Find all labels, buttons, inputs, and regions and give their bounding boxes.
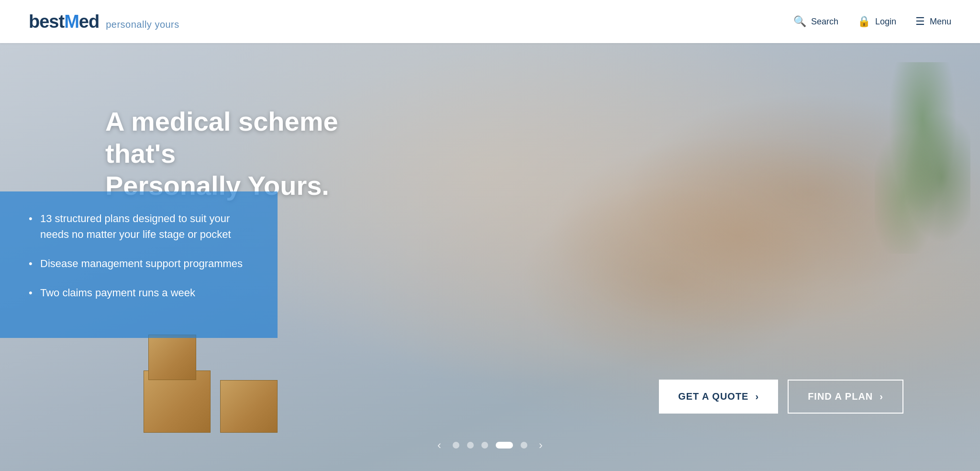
hero-section: A medical scheme that's Personally Yours… [0,43,980,471]
slider-dot-0[interactable] [453,442,459,449]
cardboard-box-2 [220,380,278,433]
logo[interactable]: bestMed personally yours [29,11,179,32]
get-quote-button[interactable]: GET A QUOTE › [659,380,778,414]
slider-prev-button[interactable]: ‹ [434,437,445,454]
search-label: Search [811,17,838,27]
cardboard-box-3 [148,335,196,380]
slider-dot-1[interactable] [467,442,474,449]
slider-dot-2[interactable] [481,442,488,449]
login-label: Login [875,17,896,27]
slider-dots-area: ‹ › [434,437,546,454]
site-header: bestMed personally yours 🔍 Search 🔒 Logi… [0,0,980,43]
hero-plants-decoration [875,62,970,254]
logo-tagline: personally yours [106,19,179,30]
hero-cta-area: GET A QUOTE › FIND A PLAN › [659,380,903,414]
hero-headline-line1: A medical scheme that's [105,106,338,168]
hero-headline: A medical scheme that's Personally Yours… [105,105,373,202]
hero-bullet-list: 13 structured plans designed to suit you… [29,211,254,301]
slider-dot-3[interactable] [496,442,513,449]
hero-info-box: 13 structured plans designed to suit you… [0,191,278,338]
find-plan-label: FIND A PLAN [808,391,873,402]
get-quote-label: GET A QUOTE [678,391,748,402]
plan-arrow-icon: › [880,391,883,402]
header-nav: 🔍 Search 🔒 Login ☰ Menu [793,15,951,28]
menu-label: Menu [930,17,951,27]
quote-arrow-icon: › [755,391,759,402]
hero-bullet-1: 13 structured plans designed to suit you… [29,211,254,242]
logo-brand: bestMed [29,11,99,32]
hero-bullet-3: Two claims payment runs a week [29,285,254,301]
find-plan-button[interactable]: FIND A PLAN › [788,380,903,414]
hero-bullet-2: Disease management support programmes [29,256,254,271]
login-nav-item[interactable]: 🔒 Login [858,15,896,28]
lock-icon: 🔒 [858,15,870,28]
search-icon: 🔍 [793,15,806,28]
slider-next-button[interactable]: › [535,437,546,454]
hero-boxes-decoration [144,337,287,433]
hamburger-icon: ☰ [915,15,925,28]
slider-dot-4[interactable] [521,442,527,449]
menu-nav-item[interactable]: ☰ Menu [915,15,951,28]
search-nav-item[interactable]: 🔍 Search [793,15,838,28]
